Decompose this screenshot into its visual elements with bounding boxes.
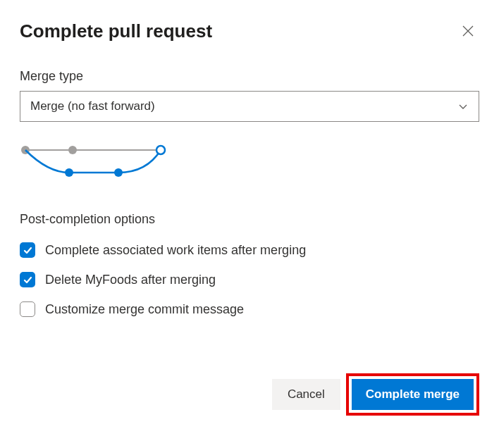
option-complete-work-items[interactable]: Complete associated work items after mer… [20,242,479,258]
option-customize-message[interactable]: Customize merge commit message [20,301,479,317]
svg-point-7 [65,168,73,177]
cancel-button[interactable]: Cancel [272,379,340,410]
merge-type-label: Merge type [20,69,479,84]
checkbox-checked-icon [20,242,35,258]
option-label: Customize merge commit message [45,302,244,317]
complete-merge-button[interactable]: Complete merge [352,379,474,410]
merge-type-value: Merge (no fast forward) [30,99,155,113]
svg-point-8 [114,168,123,177]
chevron-down-icon [457,101,469,112]
merge-type-dropdown[interactable]: Merge (no fast forward) [20,91,479,122]
checkbox-checked-icon [20,272,35,287]
checkbox-unchecked-icon [20,301,35,317]
option-label: Complete associated work items after mer… [45,243,306,258]
svg-point-9 [156,146,165,154]
option-delete-branch[interactable]: Delete MyFoods after merging [20,272,479,287]
dialog-title: Complete pull request [20,20,212,42]
merge-graph-diagram [20,142,479,184]
option-label: Delete MyFoods after merging [45,273,216,287]
close-icon [462,25,474,37]
svg-point-5 [68,146,77,154]
close-button[interactable] [457,20,479,42]
post-completion-label: Post-completion options [20,212,479,227]
highlight-box: Complete merge [346,373,479,416]
